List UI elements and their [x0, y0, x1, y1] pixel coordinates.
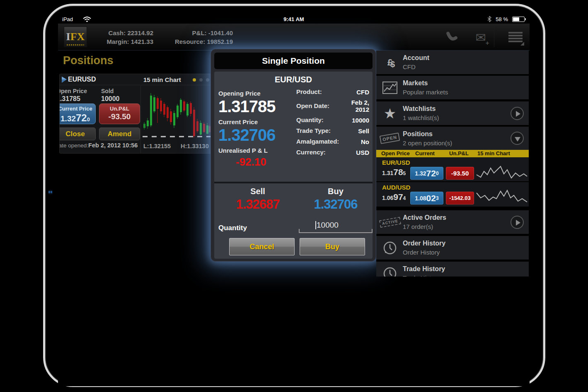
modal-title: Single Position [214, 53, 373, 69]
bluetooth-icon [487, 16, 491, 22]
opening-price-label: Opening Price [218, 90, 294, 97]
trade-history-clock-icon [380, 262, 400, 277]
page-dot-2[interactable] [199, 78, 203, 82]
audusd-current-price-badge[interactable]: 1.08023 [410, 192, 443, 204]
date-opened: Date opened:Feb 2, 2012 10:56 [59, 142, 146, 149]
field-currency: Currency:USD [296, 149, 369, 156]
close-button[interactable]: Close [59, 127, 96, 140]
field-product: Product:CFD [296, 88, 369, 96]
card-symbol: EURUSD [68, 76, 96, 83]
positions-collapse-icon[interactable] [511, 132, 524, 145]
modal-details-column: Product:CFD Open Date:Feb 2, 2012 Quanti… [296, 88, 369, 159]
audusd-unpl-badge[interactable]: -1542.03 [446, 192, 474, 204]
text-caret [315, 221, 316, 229]
clock-time: 9:41 AM [58, 16, 530, 22]
single-position-modal: Single Position EUR/USD Opening Price 1.… [211, 49, 376, 262]
chart-high: H:1.33130 [181, 143, 209, 149]
modal-prices-column: Opening Price 1.31785 Current Price 1.32… [218, 87, 294, 168]
page-title: Positions [63, 54, 114, 67]
eurusd-sparkline [476, 164, 528, 181]
buy-price: 1.32706 [300, 197, 371, 212]
position-card-header: EURUSD 15 min Chart [60, 74, 211, 85]
battery-percent: 58 % [496, 16, 508, 22]
sold-label: Sold [101, 88, 114, 94]
position-row-eurusd[interactable]: EUR/USD 1.31785 1.32720 -93.50 [376, 157, 529, 181]
modal-section-divider [214, 182, 373, 183]
sidebar-menu: £$ Account CFD Markets Popular markets [376, 51, 529, 277]
unrealised-pl-label: Unrealised P & L [218, 147, 294, 154]
page-dot-1[interactable] [193, 78, 196, 82]
sell-label: Sell [223, 187, 293, 196]
field-open-date: Open Date:Feb 2, 2012 [296, 99, 369, 113]
sell-quote[interactable]: Sell 1.32687 [223, 187, 293, 212]
status-bar: iPad 9:41 AM 58 % [58, 14, 530, 24]
sidebar-item-positions[interactable]: OPEN Positions 2 open position(s) [376, 127, 529, 150]
account-currency-icon: £$ [380, 51, 400, 74]
field-amalgamated: Amalgamated:No [296, 138, 369, 145]
current-price-label: Current Price [218, 118, 294, 125]
front-camera [48, 190, 53, 195]
position-row-audusd[interactable]: AUD/USD 1.06974 1.08023 -1542.03 [376, 182, 529, 207]
stage: iPad 9:41 AM 58 % [0, 0, 588, 392]
buy-quote[interactable]: Buy 1.32706 [300, 187, 371, 212]
audusd-sparkline [476, 189, 528, 206]
mail-compose-icon[interactable]: ✉+ [472, 30, 490, 45]
current-price-value: 1.32706 [218, 125, 294, 144]
eurusd-unpl-badge[interactable]: -93.50 [446, 167, 474, 180]
modal-body: EUR/USD Opening Price 1.31785 Current Pr… [214, 72, 373, 259]
sidebar-item-order-history[interactable]: Order History Order History [376, 236, 529, 260]
card-chart-title: 15 min Chart [143, 76, 181, 83]
current-price-button[interactable]: Current Price 1.32720 [59, 103, 96, 124]
quantity-input-value: 10000 [317, 221, 339, 229]
sidebar-item-markets[interactable]: Markets Popular markets [376, 76, 529, 99]
active-orders-expand-icon[interactable] [511, 216, 524, 229]
pagination-dots[interactable] [193, 78, 209, 82]
open-price-label: Open Price [59, 88, 87, 94]
modal-symbol: EUR/USD [214, 75, 373, 84]
open-stamp-icon: OPEN [380, 127, 400, 150]
opening-price-value: 1.31785 [218, 97, 294, 116]
eurusd-current-price-badge[interactable]: 1.32720 [410, 167, 443, 180]
positions-column-header: Open Price Current Un.P&L 15 min Chart [376, 150, 529, 157]
account-cash-margin: Cash: 22314.92 Margin: 1421.33 [58, 29, 153, 46]
cancel-button[interactable]: Cancel [229, 238, 295, 255]
account-pl-resource: P&L: -1041.40 Resource: 19852.19 [162, 29, 233, 46]
app-header: IFX Cash: 22314.92 Margin: 1421.33 P&L: … [58, 24, 530, 51]
sidebar-item-active-orders[interactable]: ACTIVE Active Orders 17 order(s) [376, 210, 529, 234]
watchlists-expand-icon[interactable] [511, 107, 524, 120]
order-history-clock-icon [380, 236, 400, 260]
sell-price: 1.32687 [223, 197, 293, 212]
sold-value: 10000 [101, 95, 120, 103]
field-trade-type: Trade Type:Sell [296, 127, 369, 135]
quantity-input[interactable]: 10000 [299, 217, 373, 233]
phone-icon[interactable] [443, 30, 461, 45]
sidebar-item-watchlists[interactable]: ★ Watchlists 1 watchlist(s) [376, 101, 529, 125]
audusd-open-price: 1.06974 [382, 192, 406, 202]
chart-low: L:1.32155 [143, 143, 171, 149]
page-dot-3[interactable] [206, 78, 209, 82]
eurusd-flag-icon [61, 76, 67, 83]
battery-icon [512, 17, 525, 22]
field-quantity: Quantity:10000 [296, 116, 369, 124]
candlestick-chart [143, 87, 211, 141]
unrealised-pl-value: -92.10 [236, 156, 294, 168]
screen: iPad 9:41 AM 58 % [58, 14, 530, 386]
star-icon: ★ [380, 101, 400, 125]
eurusd-open-price: 1.31785 [382, 167, 406, 177]
buy-label: Buy [300, 187, 371, 196]
sidebar-item-trade-history[interactable]: Trade History Trade History [376, 262, 529, 277]
modal-buy-button[interactable]: Buy [300, 238, 365, 255]
quantity-label: Quantity [218, 224, 247, 232]
header-separator [494, 27, 494, 47]
open-price-value: 1.31785 [59, 95, 80, 103]
menu-icon[interactable] [506, 30, 525, 45]
unpl-button[interactable]: Un.P&L -93.50 [99, 103, 140, 124]
active-stamp-icon: ACTIVE [380, 210, 400, 234]
amend-button[interactable]: Amend [99, 127, 140, 140]
position-card-eurusd[interactable]: EURUSD 15 min Chart Open Price 1.31785 S… [59, 74, 211, 154]
sidebar-item-account[interactable]: £$ Account CFD [376, 51, 529, 74]
markets-chart-icon [380, 76, 400, 99]
